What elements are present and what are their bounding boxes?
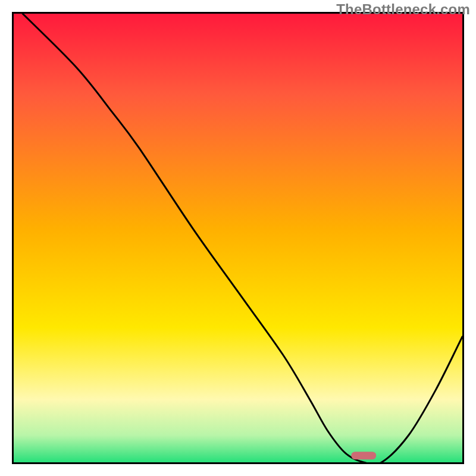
watermark-text: TheBottleneck.com	[336, 1, 470, 18]
plot-frame	[12, 12, 464, 464]
chart-container: TheBottleneck.com	[0, 0, 476, 476]
highlight-marker	[351, 452, 375, 460]
curve-line	[14, 14, 462, 462]
